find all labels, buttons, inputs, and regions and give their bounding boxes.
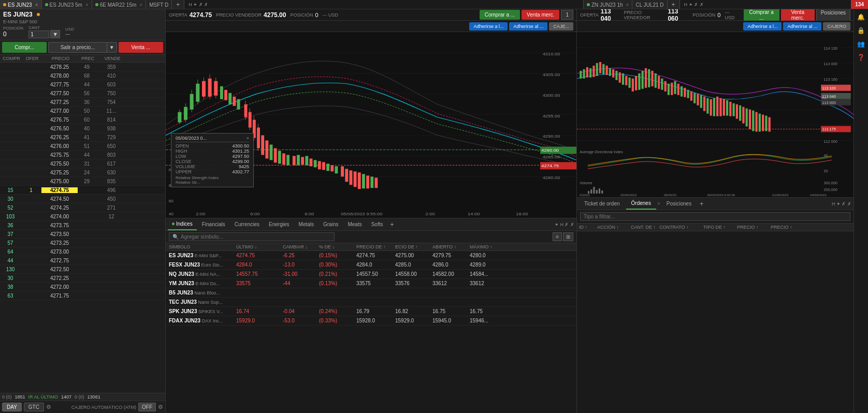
tab-zn-jun23-1h[interactable]: ZN JUN23 1h × <box>584 0 632 9</box>
ladder-row[interactable]: 4276.50 40 938 <box>0 124 165 133</box>
watchlist-row[interactable]: FESX JUN23 Euro Sto... 4284.0 -13.0 (0.3… <box>166 260 576 270</box>
och-precio1[interactable]: PRECIO ↑ <box>737 225 771 230</box>
wh-high[interactable]: MÁXIMO ↑ <box>469 244 506 249</box>
ladder-row[interactable]: 37 4273.50 <box>0 230 165 239</box>
ladder-row[interactable]: 4278.25 49 359 <box>0 63 165 71</box>
ladder-row[interactable]: 30 4272.25 <box>0 274 165 283</box>
watchlist-tab-meats[interactable]: Meats <box>343 218 366 230</box>
zn-adherir2-button[interactable]: Adherirse al ... <box>783 22 821 31</box>
watchlist-tab-energies[interactable]: Energies <box>265 218 293 230</box>
tab-msft-d[interactable]: MSFT D <box>146 0 172 9</box>
watchlist-tab-metals[interactable]: Metals <box>295 218 318 230</box>
group-icon[interactable]: 👥 <box>857 40 865 48</box>
ladder-row[interactable]: 4276.25 41 729 <box>0 133 165 142</box>
es-venta-merc-button[interactable]: Venta merc. <box>522 10 559 20</box>
ladder-row[interactable]: 4277.75 44 603 <box>0 80 165 89</box>
buy-button[interactable]: Compr... <box>2 42 47 53</box>
day-button[interactable]: DAY <box>2 403 22 411</box>
watchlist-row[interactable]: NQ JUN23 E-Mini NA... 14557.75 -31.00 (0… <box>166 270 576 279</box>
ladder-row[interactable]: 52 4274.25 271 <box>0 203 165 212</box>
och-tipo[interactable]: TIPO DE ↑ <box>703 225 737 230</box>
tab-cl-jul21-d[interactable]: CL JUL21 D <box>632 0 667 9</box>
tab-add-right[interactable]: + <box>668 0 680 9</box>
atm-settings-icon[interactable]: ⚙ <box>158 404 163 410</box>
es-comprar-button[interactable]: Comprar a ... <box>480 10 520 20</box>
watchlist-tab-financials[interactable]: Financials <box>198 218 229 230</box>
ordenes-close-icon[interactable]: × <box>657 201 660 207</box>
zn-adherir1-button[interactable]: Adherirse a l... <box>743 22 782 31</box>
ladder-row[interactable]: 4275.25 24 630 <box>0 168 165 177</box>
tab-add[interactable]: + <box>172 0 184 9</box>
es-cajero-button[interactable]: CAJE... <box>549 22 573 31</box>
gtc-button[interactable]: GTC <box>24 403 44 411</box>
tab-es-jun23[interactable]: ES JUN23 × <box>0 0 42 9</box>
settings-icon[interactable]: ⚙ <box>46 404 51 410</box>
watchlist-row[interactable]: TEC JUN23 Nano Sup... <box>166 298 576 307</box>
tooltip-close-icon[interactable]: × <box>247 136 249 141</box>
tab-close-icon[interactable]: × <box>139 2 142 8</box>
quantity-input[interactable] <box>28 31 49 38</box>
ladder-row[interactable]: 4277.25 36 754 <box>0 98 165 107</box>
alert-icon[interactable]: 🔔 <box>857 13 865 21</box>
tab-close-icon[interactable]: × <box>626 2 629 8</box>
view-grid-btn[interactable]: ⊞ <box>563 232 573 241</box>
watchlist-tab-currencies[interactable]: Currencies <box>230 218 264 230</box>
och-accion[interactable]: ACCIÓN ↑ <box>597 225 631 230</box>
ladder-row[interactable]: 15 1 4274.75 496 <box>0 186 165 195</box>
och-contrato[interactable]: CONTRATO ↑ <box>659 225 703 230</box>
watchlist-tab-grains[interactable]: Grains <box>319 218 342 230</box>
question-icon[interactable]: ❓ <box>857 54 865 61</box>
ladder-row[interactable]: 57 4273.25 <box>0 239 165 247</box>
wh-bid[interactable]: PRECIO DE ↑ <box>355 244 394 249</box>
watchlist-row[interactable]: B5 JUN23 Nano Bloo... <box>166 288 576 298</box>
ordenes-tab[interactable]: Órdenes <box>626 198 656 210</box>
tab-close-icon[interactable]: × <box>85 2 89 8</box>
es-adherir2-button[interactable]: Adherirse al ... <box>509 22 547 31</box>
type-filter-input[interactable] <box>580 212 850 221</box>
zn-venta-merc-button[interactable]: Venta merc. <box>781 9 815 22</box>
ticket-orden-tab[interactable]: Ticket de orden <box>579 198 625 210</box>
posiciones-tab[interactable]: Posiciones <box>661 198 697 210</box>
tab-close-icon[interactable]: × <box>35 2 38 8</box>
es-adherir1-button[interactable]: Adherirse a l... <box>469 22 508 31</box>
och-id[interactable]: ID ↑ <box>579 225 597 230</box>
sell-at-price-dropdown[interactable]: ▼ <box>107 42 117 53</box>
ladder-row[interactable]: 130 4272.50 <box>0 265 165 274</box>
ladder-row[interactable]: 38 4272.00 <box>0 283 165 291</box>
sell-button[interactable]: Venta ... <box>119 42 163 53</box>
watchlist-tab-indices[interactable]: Indices <box>168 218 197 230</box>
wh-ask[interactable]: ECIO DE ↑ <box>394 244 431 249</box>
view-list-btn[interactable]: ≡ <box>553 232 562 241</box>
ladder-row[interactable]: 63 4271.75 <box>0 291 165 300</box>
watchlist-row[interactable]: FDAX JUN23 DAX Inc... 15929.0 -53.0 (0.3… <box>166 316 576 326</box>
watchlist-tab-add[interactable]: + <box>388 220 396 229</box>
zn-comprar-button[interactable]: Comprar a ... <box>744 9 779 22</box>
ladder-row[interactable]: 4277.00 50 11... <box>0 107 165 115</box>
orders-add-tab[interactable]: + <box>698 199 705 209</box>
ladder-row[interactable]: 4276.00 51 650 <box>0 142 165 151</box>
watchlist-search-input[interactable] <box>181 234 331 240</box>
tab-es-jun23-5m[interactable]: ES JUN23 5m × <box>42 0 92 9</box>
ladder-row[interactable]: 4278.00 68 410 <box>0 71 165 80</box>
wh-open[interactable]: ABIERTO ↑ <box>431 244 469 249</box>
atm-off-button[interactable]: OFF <box>138 403 156 411</box>
ladder-row[interactable]: 64 4273.00 <box>0 247 165 256</box>
och-cant[interactable]: CANT. DE ↑ <box>631 225 659 230</box>
ladder-row[interactable]: 4275.50 31 617 <box>0 159 165 168</box>
ladder-row[interactable]: 4277.50 56 750 <box>0 89 165 98</box>
lock-icon[interactable]: 🔒 <box>857 27 865 34</box>
watchlist-row[interactable]: YM JUN23 E-Mini Do... 33575 -44 (0.13%) … <box>166 279 576 288</box>
wh-change[interactable]: CAMBIAR ↓ <box>282 244 318 249</box>
sell-at-price-button[interactable]: Salir a precio... <box>48 42 107 53</box>
footer-mid[interactable]: IR AL ÚLTIMO <box>28 394 59 400</box>
wh-pct[interactable]: % DE ↓ <box>318 244 355 249</box>
watchlist-row[interactable]: SPK JUN23 SPIKES V... 16.74 -0.04 (0.24%… <box>166 307 576 316</box>
ladder-row[interactable]: 4276.75 60 814 <box>0 115 165 124</box>
zn-cajero-button[interactable]: CAJERO <box>823 22 850 31</box>
ladder-row[interactable]: 4275.75 44 803 <box>0 151 165 159</box>
quantity-dropdown-icon[interactable]: ▼ <box>50 30 60 38</box>
ladder-row[interactable]: 44 4272.75 <box>0 256 165 265</box>
ladder-row[interactable]: 103 4274.00 12 <box>0 212 165 221</box>
tab-6e-mar22-15m[interactable]: 6E MAR22 15m × <box>92 0 146 9</box>
watchlist-tab-softs[interactable]: Softs <box>367 218 387 230</box>
